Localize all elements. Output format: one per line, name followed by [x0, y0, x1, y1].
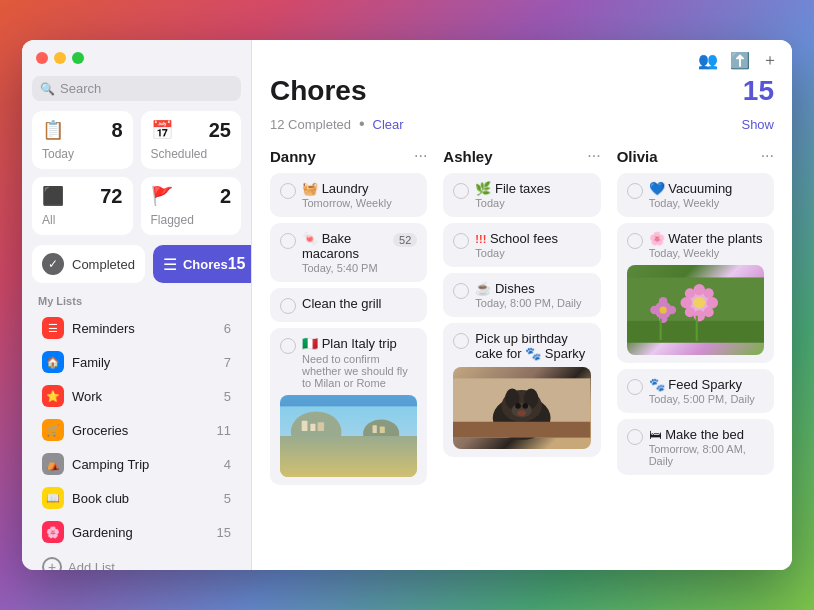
my-lists-section-title: My Lists — [22, 289, 251, 311]
add-list-button[interactable]: + Add List — [26, 551, 247, 570]
close-button[interactable] — [36, 52, 48, 64]
search-input[interactable]: Search — [60, 81, 101, 96]
today-stat[interactable]: 📋 8 Today — [32, 111, 133, 169]
reminders-label: Reminders — [72, 321, 135, 336]
task-subtitle: Tomorrow, Weekly — [302, 197, 417, 209]
svg-rect-0 — [280, 406, 417, 465]
task-content: 🛏 Make the bed Tomorrow, 8:00 AM, Daily — [649, 427, 764, 467]
people-icon[interactable]: 👥 — [698, 51, 718, 70]
camping-label: Camping Trip — [72, 457, 149, 472]
task-count: 15 — [743, 75, 774, 107]
task-content: ☕ Dishes Today, 8:00 PM, Daily — [475, 281, 590, 309]
groceries-icon: 🛒 — [42, 419, 64, 441]
sidebar-item-camping[interactable]: ⛺ Camping Trip 4 — [26, 447, 247, 481]
chores-active-card[interactable]: ☰ Chores 15 👤 — [153, 245, 252, 283]
column-header-danny: Danny ··· — [270, 141, 427, 173]
task-emoji: 🛏 — [649, 427, 662, 442]
gardening-icon: 🌸 — [42, 521, 64, 543]
task-content: 🐾 Feed Sparky Today, 5:00 PM, Daily — [649, 377, 764, 405]
task-content: 🍬 Bake macarons Today, 5:40 PM 52 — [302, 231, 417, 274]
task-clean-grill[interactable]: Clean the grill — [270, 288, 427, 322]
completed-card[interactable]: ✓ Completed — [32, 245, 145, 283]
task-emoji: 🧺 — [302, 181, 318, 196]
task-birthday-cake[interactable]: Pick up birthday cake for 🐾 Sparky — [443, 323, 600, 457]
sidebar-item-reminders[interactable]: ☰ Reminders 6 — [26, 311, 247, 345]
svg-point-16 — [523, 403, 529, 409]
add-icon[interactable]: ＋ — [762, 50, 778, 71]
sidebar-item-work[interactable]: ⭐ Work 5 — [26, 379, 247, 413]
flagged-stat[interactable]: 🚩 2 Flagged — [141, 177, 242, 235]
svg-rect-8 — [380, 427, 385, 434]
task-dishes[interactable]: ☕ Dishes Today, 8:00 PM, Daily — [443, 273, 600, 317]
svg-rect-37 — [695, 316, 697, 341]
list-item-left: ☰ Reminders — [42, 317, 135, 339]
task-water-plants[interactable]: 🌸 Water the plants Today, Weekly — [617, 223, 774, 363]
task-circle[interactable] — [453, 233, 469, 249]
svg-rect-38 — [659, 319, 661, 341]
task-subtitle: Today, Weekly — [649, 197, 764, 209]
task-circle[interactable] — [453, 283, 469, 299]
traffic-lights — [22, 52, 251, 76]
all-stat[interactable]: ⬛ 72 All — [32, 177, 133, 235]
task-file-taxes[interactable]: 🌿 File taxes Today — [443, 173, 600, 217]
column-options-olivia[interactable]: ··· — [761, 147, 774, 165]
minimize-button[interactable] — [54, 52, 66, 64]
task-content: Pick up birthday cake for 🐾 Sparky — [475, 331, 590, 361]
dog-image — [453, 367, 590, 449]
task-circle[interactable] — [627, 429, 643, 445]
task-macarons[interactable]: 🍬 Bake macarons Today, 5:40 PM 52 — [270, 223, 427, 282]
share-icon[interactable]: ⬆️ — [730, 51, 750, 70]
task-school-fees[interactable]: !!! School fees Today — [443, 223, 600, 267]
column-options-danny[interactable]: ··· — [414, 147, 427, 165]
flowers-image — [627, 265, 764, 355]
task-circle[interactable] — [280, 338, 296, 354]
svg-rect-7 — [373, 425, 377, 433]
task-circle[interactable] — [280, 183, 296, 199]
sidebar-item-groceries[interactable]: 🛒 Groceries 11 — [26, 413, 247, 447]
svg-point-24 — [680, 297, 692, 309]
svg-rect-4 — [310, 424, 315, 431]
work-label: Work — [72, 389, 102, 404]
task-emoji: 🌿 — [475, 181, 491, 196]
task-title: 🐾 Feed Sparky — [649, 377, 764, 392]
bookclub-icon: 📖 — [42, 487, 64, 509]
task-make-bed[interactable]: 🛏 Make the bed Tomorrow, 8:00 AM, Daily — [617, 419, 774, 475]
scheduled-stat[interactable]: 📅 25 Scheduled — [141, 111, 242, 169]
task-circle[interactable] — [453, 333, 469, 349]
task-emoji: ☕ — [475, 281, 491, 296]
add-list-label: Add List — [68, 560, 115, 571]
completed-chores-row: ✓ Completed ☰ Chores 15 👤 — [22, 245, 251, 289]
sidebar-item-gardening[interactable]: 🌸 Gardening 15 — [26, 515, 247, 549]
completed-label: Completed — [72, 257, 135, 272]
task-content: 💙 Vacuuming Today, Weekly — [649, 181, 764, 209]
task-circle[interactable] — [627, 379, 643, 395]
task-circle[interactable] — [453, 183, 469, 199]
clear-button[interactable]: Clear — [373, 117, 404, 132]
task-title: Pick up birthday cake for 🐾 Sparky — [475, 331, 590, 361]
task-italy[interactable]: 🇮🇹 Plan Italy trip Need to confirm wheth… — [270, 328, 427, 485]
task-vacuuming[interactable]: 💙 Vacuuming Today, Weekly — [617, 173, 774, 217]
all-count: 72 — [100, 185, 122, 208]
task-circle[interactable] — [627, 183, 643, 199]
sidebar-item-bookclub[interactable]: 📖 Book club 5 — [26, 481, 247, 515]
task-circle[interactable] — [280, 298, 296, 314]
task-circle[interactable] — [627, 233, 643, 249]
show-button[interactable]: Show — [741, 117, 774, 132]
task-circle[interactable] — [280, 233, 296, 249]
sidebar-item-family[interactable]: 🏠 Family 7 — [26, 345, 247, 379]
svg-rect-18 — [453, 422, 590, 438]
task-content: 🇮🇹 Plan Italy trip Need to confirm wheth… — [302, 336, 417, 389]
column-options-ashley[interactable]: ··· — [587, 147, 600, 165]
fullscreen-button[interactable] — [72, 52, 84, 64]
main-toolbar: 👥 ⬆️ ＋ — [252, 40, 792, 71]
search-bar[interactable]: 🔍 Search — [32, 76, 241, 101]
svg-point-29 — [703, 307, 713, 317]
task-emoji: 💙 — [649, 181, 665, 196]
svg-point-28 — [684, 307, 694, 317]
task-title: ☕ Dishes — [475, 281, 590, 296]
svg-point-6 — [363, 419, 399, 448]
task-feed-sparky[interactable]: 🐾 Feed Sparky Today, 5:00 PM, Daily — [617, 369, 774, 413]
task-title: 💙 Vacuuming — [649, 181, 764, 196]
task-laundry[interactable]: 🧺 Laundry Tomorrow, Weekly — [270, 173, 427, 217]
task-title: 🇮🇹 Plan Italy trip — [302, 336, 417, 351]
